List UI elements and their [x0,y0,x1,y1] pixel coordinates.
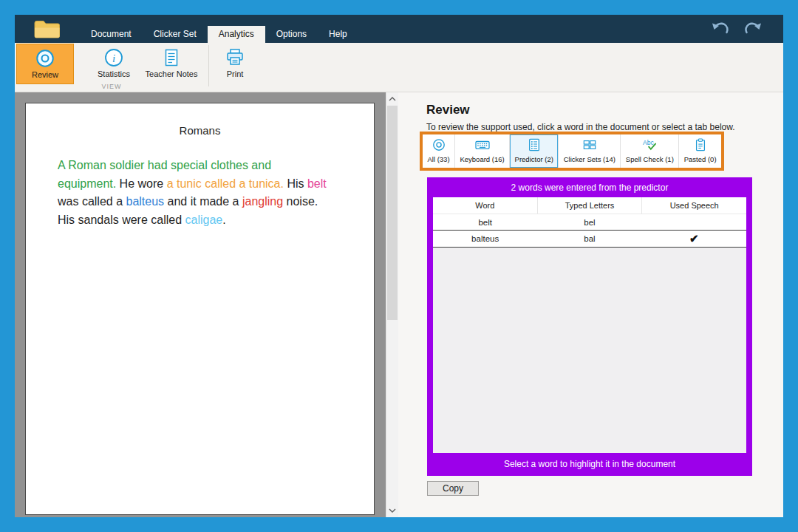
grid-cells-icon [583,138,596,154]
cell-typed-letters: bel [537,218,641,227]
scroll-down-icon[interactable] [386,505,398,516]
cell-word: belt [433,218,537,227]
tab-keyboard-label: Keyboard (16) [460,155,504,163]
teacher-notes-button-label: Teacher Notes [146,69,198,78]
review-tabs: All (33) Keyboard (16) [423,134,721,168]
document-title: Romans [26,124,374,137]
undo-icon[interactable] [711,21,732,38]
keyboard-icon [475,138,490,154]
ribbon-group-label: VIEW [15,83,208,90]
results-header: 2 words were entered from the predictor [427,177,752,193]
svg-text:Abc: Abc [643,139,654,146]
menu-options[interactable]: Options [265,26,318,43]
tab-all-label: All (33) [427,155,449,163]
used-speech-check-icon: ✔ [642,233,746,244]
printer-icon [225,46,245,69]
clipboard-icon [694,138,707,154]
review-panel: Review To review the support used, click… [398,92,783,517]
document-panel: Romans A Roman soldier had special cloth… [15,92,386,517]
doc-word-segment[interactable]: His [284,177,307,190]
print-button-label: Print [227,69,244,78]
teacher-notes-button[interactable]: Teacher Notes [139,44,204,84]
doc-word-segment[interactable]: jangling [242,195,283,208]
scrollbar-thumb[interactable] [387,106,398,320]
predictor-results-panel: 2 words were entered from the predictor … [427,177,752,476]
predictor-list-icon [528,138,541,154]
document-body: A Roman soldier had special clothes and … [58,157,330,229]
cell-word: balteus [433,234,537,243]
history-controls [711,21,763,38]
titlebar: Document Clicker Set Analytics Options H… [15,15,783,43]
menu-clicker-set[interactable]: Clicker Set [143,26,208,43]
folder-icon[interactable] [34,18,61,39]
table-header-row: Word Typed Letters Used Speech [433,197,746,214]
column-typed-letters: Typed Letters [538,197,643,214]
review-dial-icon [35,47,55,69]
doc-word-segment[interactable]: a tunic called a tunica. [167,177,284,190]
tab-clicker-sets-label: Clicker Sets (14) [564,155,615,163]
review-instruction: To review the support used, click a word… [426,122,735,132]
statistics-button[interactable]: i Statistics [90,44,137,84]
tab-pasted[interactable]: Pasted (0) [679,134,721,168]
doc-word-segment[interactable]: balteus [126,195,165,208]
column-used-speech: Used Speech [642,197,746,214]
tab-clicker-sets[interactable]: Clicker Sets (14) [559,134,621,168]
review-button-label: Review [32,70,58,79]
tab-spell-check[interactable]: Abc Spell Check (1) [621,134,679,168]
vertical-scrollbar[interactable] [386,92,398,517]
doc-word-segment[interactable]: . [222,214,225,226]
doc-word-segment[interactable]: and it made a [164,195,242,208]
tab-predictor[interactable]: Predictor (2) [510,134,559,168]
app-window: Document Clicker Set Analytics Options H… [0,0,798,532]
results-footer: Select a word to highlight it in the doc… [427,459,752,469]
dial-icon [432,138,446,154]
table-row[interactable]: balteus bal ✔ [433,230,746,248]
tab-predictor-label: Predictor (2) [515,155,553,163]
review-heading: Review [426,103,470,117]
menu-help[interactable]: Help [318,26,358,43]
scroll-up-icon[interactable] [386,93,398,105]
copy-button[interactable]: Copy [427,481,479,496]
notes-document-icon [162,46,181,69]
spellcheck-abc-icon: Abc [642,138,657,154]
menu-analytics[interactable]: Analytics [208,26,265,43]
ribbon: Review i Statistics Teacher [15,43,783,92]
tab-spell-check-label: Spell Check (1) [626,155,674,163]
menu-document[interactable]: Document [80,26,143,43]
document-page[interactable]: Romans A Roman soldier had special cloth… [25,103,375,515]
doc-word-segment[interactable]: belt [307,177,327,190]
print-button[interactable]: Print [216,44,254,84]
column-word: Word [433,197,538,214]
statistics-button-label: Statistics [98,69,130,78]
results-table: Word Typed Letters Used Speech belt bel … [433,197,746,453]
review-button[interactable]: Review [16,44,74,84]
tabs-highlight-annotation: All (33) Keyboard (16) [420,132,724,171]
info-icon: i [104,46,123,69]
tab-keyboard[interactable]: Keyboard (16) [455,134,510,168]
svg-text:i: i [112,52,115,64]
cell-typed-letters: bal [537,234,641,243]
redo-icon[interactable] [742,21,763,38]
ribbon-group-separator [208,45,209,86]
doc-word-segment[interactable]: He wore [116,177,166,190]
doc-word-segment[interactable]: caligae [185,214,223,226]
tab-pasted-label: Pasted (0) [684,155,717,163]
menu-bar: Document Clicker Set Analytics Options H… [80,26,358,43]
doc-word-segment[interactable]: was called a [58,195,126,208]
table-row[interactable]: belt bel [433,214,746,230]
tab-all[interactable]: All (33) [423,134,455,168]
